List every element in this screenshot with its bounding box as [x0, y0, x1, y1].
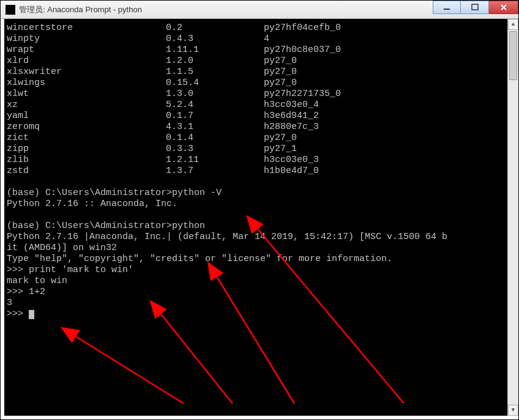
terminal-output[interactable]: wincertstore0.2py27hf04cefb_0winpty0.4.3… [4, 19, 515, 416]
package-build: py27_1 [264, 144, 297, 155]
shell-line: (base) C:\Users\Administrator>python [7, 221, 512, 232]
scroll-up-button[interactable]: ▲ [508, 19, 518, 30]
package-row: zeromq4.3.1h2880e7c_3 [7, 122, 512, 133]
package-row: xz5.2.4h3cc03e0_4 [7, 100, 512, 111]
package-row: wincertstore0.2py27hf04cefb_0 [7, 23, 512, 34]
close-button[interactable] [489, 1, 518, 14]
package-row: xlsxwriter1.1.5py27_0 [7, 67, 512, 78]
python-output: 3 [7, 298, 512, 309]
scroll-down-button[interactable]: ▼ [508, 405, 518, 416]
python-prompt[interactable]: >>> [7, 309, 512, 320]
package-build: py27h0c8e037_0 [264, 45, 341, 56]
package-row: winpty0.4.34 [7, 34, 512, 45]
package-version: 0.1.4 [166, 133, 264, 144]
package-build: h3e6d941_2 [264, 111, 319, 122]
package-name: xlsxwriter [7, 67, 166, 78]
package-version: 1.11.1 [166, 45, 264, 56]
package-row: zstd1.3.7h1b0e4d7_0 [7, 166, 512, 177]
package-row: yaml0.1.7h3e6d941_2 [7, 111, 512, 122]
python-output: mark to win [7, 276, 512, 287]
package-row: xlrd1.2.0py27_0 [7, 56, 512, 67]
package-row: xlwings0.15.4py27_0 [7, 78, 512, 89]
package-name: zeromq [7, 122, 166, 133]
package-name: yaml [7, 111, 166, 122]
minimize-icon [442, 3, 451, 12]
package-row: zipp0.3.3py27_1 [7, 144, 512, 155]
package-build: h3cc03e0_3 [264, 155, 319, 166]
package-version: 0.1.7 [166, 111, 264, 122]
package-version: 4.3.1 [166, 122, 264, 133]
package-version: 5.2.4 [166, 100, 264, 111]
app-icon [6, 5, 15, 15]
package-name: zict [7, 133, 166, 144]
package-build: py27_0 [264, 56, 297, 67]
package-build: py27h2271735_0 [264, 89, 341, 100]
package-build: 4 [264, 34, 269, 45]
package-version: 1.1.5 [166, 67, 264, 78]
package-row: zict0.1.4py27_0 [7, 133, 512, 144]
python-banner: it (AMD64)] on win32 [7, 243, 512, 254]
package-version: 1.3.7 [166, 166, 264, 177]
package-name: xz [7, 100, 166, 111]
package-version: 0.15.4 [166, 78, 264, 89]
terminal-window: 管理员: Anaconda Prompt - python wincertsto… [0, 0, 519, 420]
package-name: zlib [7, 155, 166, 166]
package-build: h2880e7c_3 [264, 122, 319, 133]
window-title: 管理员: Anaconda Prompt - python [19, 4, 142, 15]
package-build: py27hf04cefb_0 [264, 23, 341, 34]
package-build: h1b0e4d7_0 [264, 166, 319, 177]
package-version: 0.4.3 [166, 34, 264, 45]
package-version: 0.2 [166, 23, 264, 34]
package-row: wrapt1.11.1py27h0c8e037_0 [7, 45, 512, 56]
package-build: h3cc03e0_4 [264, 100, 319, 111]
package-name: xlwt [7, 89, 166, 100]
maximize-button[interactable] [461, 1, 489, 14]
package-version: 1.2.11 [166, 155, 264, 166]
package-build: py27_0 [264, 78, 297, 89]
package-build: py27_0 [264, 133, 297, 144]
python-banner: Type "help", "copyright", "credits" or "… [7, 254, 512, 265]
package-row: xlwt1.3.0py27h2271735_0 [7, 89, 512, 100]
python-banner: Python 2.7.16 |Anaconda, Inc.| (default,… [7, 232, 512, 243]
package-row: zlib1.2.11h3cc03e0_3 [7, 155, 512, 166]
maximize-icon [471, 3, 479, 12]
package-name: zipp [7, 144, 166, 155]
titlebar[interactable]: 管理员: Anaconda Prompt - python [1, 1, 518, 19]
cursor [29, 310, 34, 319]
svg-rect-0 [444, 9, 450, 10]
package-version: 0.3.3 [166, 144, 264, 155]
close-icon [499, 3, 508, 12]
package-name: wincertstore [7, 23, 166, 34]
package-name: xlwings [7, 78, 166, 89]
package-version: 1.2.0 [166, 56, 264, 67]
package-name: zstd [7, 166, 166, 177]
scroll-thumb[interactable] [509, 31, 517, 80]
package-build: py27_0 [264, 67, 297, 78]
package-version: 1.3.0 [166, 89, 264, 100]
package-name: winpty [7, 34, 166, 45]
package-name: xlrd [7, 56, 166, 67]
minimize-button[interactable] [433, 1, 461, 14]
shell-output: Python 2.7.16 :: Anaconda, Inc. [7, 199, 512, 210]
package-name: wrapt [7, 45, 166, 56]
python-line: >>> print 'mark to win' [7, 265, 512, 276]
python-line: >>> 1+2 [7, 287, 512, 298]
vertical-scrollbar[interactable]: ▲ ▼ [507, 19, 518, 416]
svg-rect-1 [472, 4, 478, 10]
shell-line: (base) C:\Users\Administrator>python -V [7, 188, 512, 199]
